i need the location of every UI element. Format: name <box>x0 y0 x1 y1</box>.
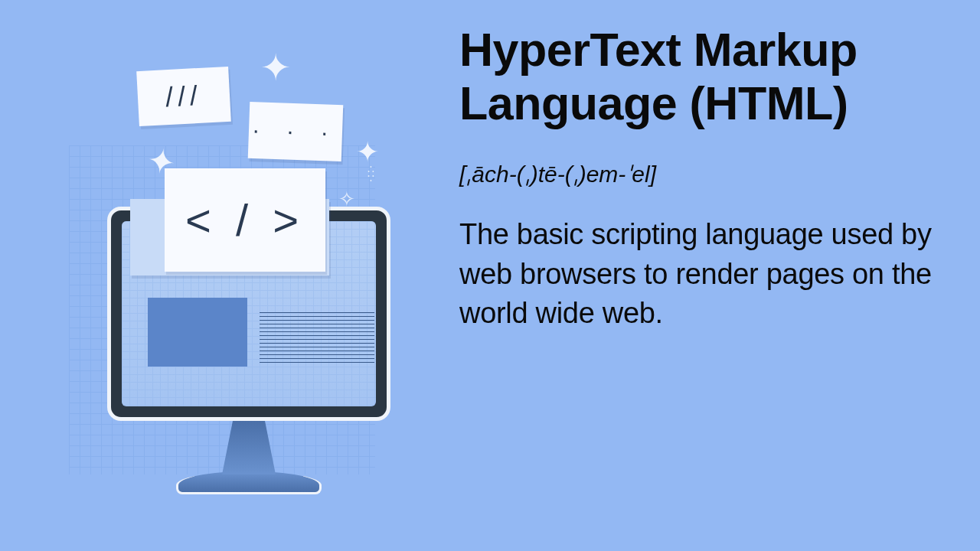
code-card-dots: · · · <box>248 102 344 161</box>
definition-title: HyperText Markup Language (HTML) <box>459 23 949 130</box>
illustration-panel: ✦ ✦ ✦ ✧ ∴ ∵ /// · · · < / > <box>0 0 444 551</box>
pronunciation-text: [ˌāch-(ˌ)tē-(ˌ)em-ˈel] <box>459 161 949 187</box>
content-panel: HyperText Markup Language (HTML) [ˌāch-(… <box>444 0 980 551</box>
dots-decoration: ∴ ∵ <box>368 165 390 183</box>
sparkle-icon: ✦ <box>260 46 291 89</box>
code-card-slash: /// <box>136 67 231 126</box>
code-card-tag: < / > <box>165 168 325 272</box>
definition-body: The basic scripting language used by web… <box>459 215 949 333</box>
html-illustration: ✦ ✦ ✦ ✧ ∴ ∵ /// · · · < / > <box>38 31 406 520</box>
